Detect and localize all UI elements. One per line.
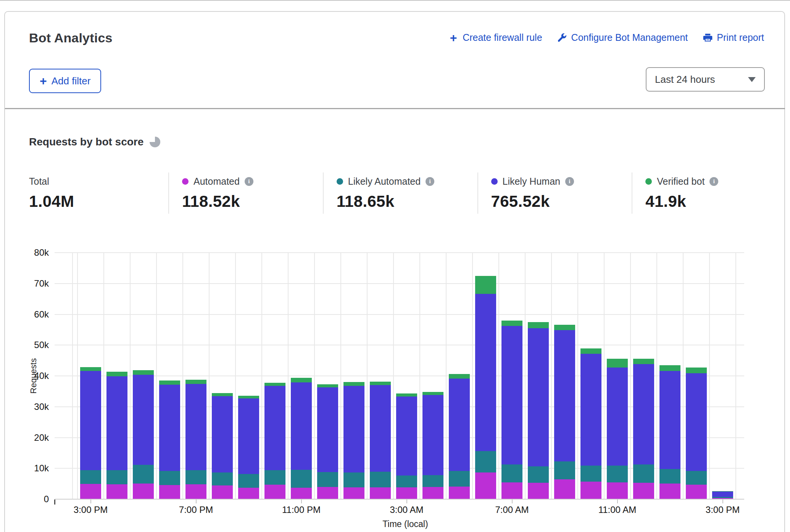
bar-18-900am[interactable] <box>554 325 575 499</box>
bar-segment-likely-automated <box>528 466 549 483</box>
y-axis-label: 10k <box>7 463 49 474</box>
info-icon[interactable] <box>426 177 434 186</box>
bar-segment-likely-automated <box>659 469 680 484</box>
bar-segment-verified-bot <box>422 392 443 395</box>
bar-segment-likely-automated <box>80 470 101 484</box>
bar-segment-automated <box>264 485 285 499</box>
bar-11-200am[interactable] <box>370 382 391 499</box>
bar-21-1200pm[interactable] <box>633 359 654 499</box>
pie-chart-icon <box>150 137 160 147</box>
stat-block[interactable]: Total 1.04M <box>29 172 168 214</box>
bar-segment-automated <box>106 484 127 499</box>
y-axis-zero-tick <box>54 500 55 505</box>
header-action-link[interactable]: Print report <box>702 32 764 43</box>
bar-0-300pm[interactable] <box>80 367 101 499</box>
bar-segment-likely-automated <box>396 476 417 487</box>
bar-segment-verified-bot <box>686 368 707 373</box>
bar-2-500pm[interactable] <box>133 370 154 499</box>
stat-block[interactable]: Likely Human 765.52k <box>477 172 632 214</box>
bar-19-1000am[interactable] <box>580 348 601 499</box>
bar-6-900pm[interactable] <box>238 396 259 499</box>
bar-segment-likely-human <box>343 386 364 473</box>
stat-block[interactable]: Likely Automated 118.65k <box>323 172 477 214</box>
bar-segment-likely-human <box>264 386 285 470</box>
stat-legend-row: Likely Human <box>491 176 628 187</box>
bar-segment-verified-bot <box>317 384 338 387</box>
stat-legend-row: Automated <box>182 176 319 187</box>
header-action-link[interactable]: Create firewall rule <box>448 32 542 43</box>
x-axis-tick <box>90 500 91 503</box>
bar-segment-likely-human <box>212 396 233 472</box>
time-range-select[interactable]: Last 24 hours <box>646 67 765 92</box>
bar-segment-verified-bot <box>238 396 259 398</box>
bar-5-800pm[interactable] <box>212 393 233 499</box>
bar-17-800am[interactable] <box>528 322 549 499</box>
stat-label: Likely Automated <box>348 176 421 187</box>
legend-dot <box>182 178 189 185</box>
bar-segment-verified-bot <box>291 378 312 382</box>
bar-8-1100pm[interactable] <box>291 378 312 499</box>
stat-label: Automated <box>193 176 240 187</box>
bar-segment-verified-bot <box>185 380 206 384</box>
bar-segment-likely-automated <box>607 466 628 482</box>
stat-block[interactable]: Automated 118.52k <box>168 172 323 214</box>
bar-segment-verified-bot <box>396 393 417 397</box>
stat-legend-row: Verified bot <box>645 176 782 187</box>
bar-9-1200am[interactable] <box>317 384 338 499</box>
bar-segment-automated <box>528 483 549 499</box>
chevron-down-icon <box>748 77 756 82</box>
bar-15-600am[interactable] <box>475 276 496 499</box>
bar-13-400am[interactable] <box>422 392 443 499</box>
bar-segment-automated <box>159 485 180 499</box>
info-icon[interactable] <box>565 177 574 186</box>
stats-row: Total 1.04M Automated 118.52k Likely Aut… <box>29 172 786 214</box>
bar-12-300am[interactable] <box>396 393 417 499</box>
add-filter-button[interactable]: Add filter <box>29 69 101 93</box>
bar-16-700am[interactable] <box>501 321 522 499</box>
header-action-link[interactable]: Configure Bot Management <box>557 32 688 43</box>
bar-14-500am[interactable] <box>449 374 470 499</box>
bar-segment-automated <box>633 483 654 499</box>
y-axis-title: Requests <box>29 358 39 394</box>
bar-segment-automated <box>291 488 312 499</box>
bar-segment-likely-automated <box>554 461 575 480</box>
bar-3-600pm[interactable] <box>159 380 180 499</box>
section-title: Requests by bot score <box>29 136 160 148</box>
x-axis-label: 7:00 AM <box>478 505 547 515</box>
info-icon[interactable] <box>709 177 718 186</box>
x-axis-tick <box>722 500 723 503</box>
x-axis-label: 3:00 AM <box>372 505 441 515</box>
bar-segment-automated <box>554 479 575 499</box>
bar-segment-likely-human <box>554 330 575 461</box>
bar-segment-likely-human <box>80 371 101 470</box>
bar-segment-likely-human <box>185 384 206 470</box>
bar-24-300pm[interactable] <box>712 491 733 499</box>
bar-4-700pm[interactable] <box>185 380 206 499</box>
x-axis-title: Time (local) <box>371 519 440 529</box>
bar-10-100am[interactable] <box>343 382 364 499</box>
bar-20-1100am[interactable] <box>607 359 628 499</box>
bar-segment-automated <box>659 484 680 499</box>
bar-segment-verified-bot <box>449 374 470 379</box>
bar-segment-likely-human <box>607 368 628 466</box>
plot-area <box>55 252 744 500</box>
bar-segment-likely-automated <box>185 470 206 484</box>
info-icon[interactable] <box>245 177 253 186</box>
bar-segment-verified-bot <box>554 325 575 330</box>
bar-22-100pm[interactable] <box>659 365 680 499</box>
bar-1-400pm[interactable] <box>106 372 127 499</box>
bar-segment-likely-human <box>317 387 338 472</box>
stat-block[interactable]: Verified bot 41.9k <box>632 172 786 214</box>
bar-segment-likely-human <box>396 397 417 476</box>
bar-segment-likely-human <box>238 398 259 474</box>
bar-segment-likely-human <box>449 379 470 471</box>
bar-segment-likely-automated <box>238 474 259 488</box>
bar-segment-likely-automated <box>501 464 522 483</box>
header-action-label: Configure Bot Management <box>571 32 688 43</box>
bar-segment-likely-automated <box>343 472 364 487</box>
bar-23-200pm[interactable] <box>686 368 707 499</box>
stat-value: 118.65k <box>337 192 474 211</box>
bar-segment-likely-automated <box>686 471 707 485</box>
bar-segment-likely-automated <box>291 470 312 488</box>
bar-7-1000pm[interactable] <box>264 383 285 499</box>
